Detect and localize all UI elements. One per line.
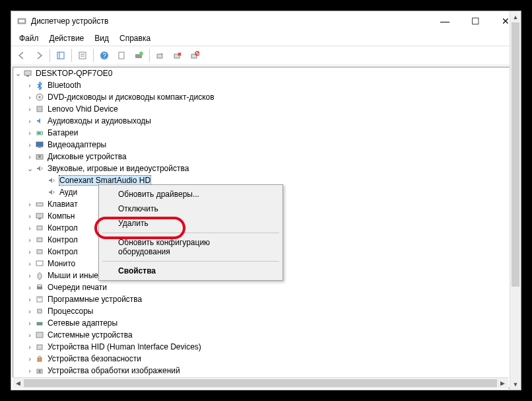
vertical-scrollbar[interactable]: ▲ ▼ bbox=[510, 65, 521, 390]
properties-button[interactable] bbox=[75, 48, 90, 63]
context-disable[interactable]: Отключить bbox=[101, 201, 281, 216]
expander-icon[interactable]: › bbox=[25, 236, 34, 244]
controller-icon bbox=[34, 223, 45, 233]
mouse-icon bbox=[34, 270, 45, 281]
context-properties[interactable]: Свойства bbox=[101, 264, 281, 278]
device-label: Очереди печати bbox=[48, 283, 107, 292]
device-label: Видеоадаптеры bbox=[48, 140, 106, 149]
window-title: Диспетчер устройств bbox=[31, 17, 430, 26]
tree-category[interactable]: ›Очереди печати bbox=[13, 281, 519, 293]
expander-icon[interactable]: › bbox=[25, 272, 34, 279]
expander-icon[interactable]: › bbox=[25, 153, 34, 161]
scroll-down-icon[interactable]: ▼ bbox=[510, 379, 521, 390]
expander-icon[interactable]: › bbox=[25, 319, 34, 327]
expander-icon[interactable]: › bbox=[25, 355, 34, 363]
device-label: Клавиат bbox=[48, 200, 78, 209]
expander-icon[interactable]: › bbox=[25, 283, 34, 291]
scroll-left-icon[interactable]: ◀ bbox=[13, 378, 24, 388]
update-driver-button[interactable] bbox=[152, 48, 168, 63]
menu-view[interactable]: Вид bbox=[89, 32, 114, 44]
scrollbar-thumb[interactable] bbox=[512, 65, 519, 287]
expander-icon[interactable]: › bbox=[25, 367, 34, 375]
svg-rect-34 bbox=[38, 218, 41, 219]
expander-icon[interactable]: › bbox=[25, 93, 34, 101]
tree-category[interactable]: ›Устройства безопасности bbox=[13, 353, 519, 365]
expander-icon[interactable]: ⌄ bbox=[25, 164, 34, 173]
tree-category[interactable]: ›Аудиовходы и аудиовыходы bbox=[13, 115, 519, 127]
expander-icon[interactable]: › bbox=[25, 307, 34, 315]
svg-line-18 bbox=[196, 52, 199, 55]
tree-category[interactable]: ›Процессоры bbox=[13, 305, 519, 317]
expander-icon[interactable]: › bbox=[25, 129, 34, 137]
expander-icon[interactable]: › bbox=[25, 260, 34, 268]
horizontal-scrollbar[interactable]: ◀ ▶ bbox=[13, 377, 508, 388]
scroll-right-icon[interactable]: ▶ bbox=[497, 378, 508, 388]
device-label: Контрол bbox=[48, 223, 78, 233]
device-label: Программные устройства bbox=[48, 295, 142, 304]
device-label: Аудиовходы и аудиовыходы bbox=[48, 116, 151, 126]
maximize-button[interactable]: ☐ bbox=[460, 11, 490, 31]
device-label: Компьн bbox=[48, 211, 75, 221]
minimize-button[interactable]: — bbox=[430, 11, 460, 31]
sound-icon bbox=[34, 163, 45, 174]
context-separator bbox=[102, 261, 279, 262]
expander-icon[interactable]: › bbox=[25, 212, 34, 220]
toolbar-separator bbox=[50, 49, 50, 62]
expander-icon[interactable]: › bbox=[25, 105, 34, 113]
tree-category[interactable]: ›Устройства HID (Human Interface Devices… bbox=[13, 341, 519, 353]
expander-icon[interactable]: › bbox=[25, 248, 34, 256]
tree-category[interactable]: ›Lenovo Vhid Device bbox=[13, 103, 519, 115]
scrollbar-thumb-h[interactable] bbox=[24, 379, 497, 387]
tree-category[interactable]: ›Сетевые адаптеры bbox=[13, 317, 519, 329]
tree-category[interactable]: ›Bluetooth bbox=[13, 79, 519, 91]
keyboard-icon bbox=[34, 199, 45, 209]
tree-category[interactable]: ›Программные устройства bbox=[13, 293, 519, 305]
forward-button[interactable] bbox=[31, 48, 47, 63]
expander-icon[interactable]: › bbox=[25, 331, 34, 339]
props-button[interactable] bbox=[114, 48, 129, 63]
view-button[interactable] bbox=[53, 48, 69, 63]
menu-file[interactable]: Файл bbox=[14, 32, 44, 44]
svg-rect-20 bbox=[26, 75, 29, 77]
svg-rect-1 bbox=[19, 20, 24, 22]
device-label: Контрол bbox=[48, 235, 78, 244]
expander-icon[interactable]: ⌄ bbox=[13, 69, 22, 78]
svg-rect-25 bbox=[42, 132, 43, 134]
tree-category-sound[interactable]: ⌄Звуковые, игровые и видеоустройства bbox=[13, 163, 519, 174]
tree-root[interactable]: ⌄DESKTOP-QPF7OE0 bbox=[13, 67, 519, 79]
svg-point-11 bbox=[139, 52, 143, 55]
controller-icon bbox=[34, 246, 45, 257]
expander-icon[interactable]: › bbox=[25, 117, 34, 125]
disable-button[interactable] bbox=[187, 48, 203, 63]
device-manager-window: Диспетчер устройств — ☐ ✕ Файл Действие … bbox=[11, 11, 521, 390]
tree-category[interactable]: ›Дисковые устройства bbox=[13, 151, 519, 163]
context-update-drivers[interactable]: Обновить драйверы... bbox=[101, 187, 281, 201]
expander-icon[interactable]: › bbox=[25, 141, 34, 149]
menubar: Файл Действие Вид Справка bbox=[11, 31, 521, 46]
expander-icon[interactable]: › bbox=[25, 224, 34, 232]
tree-category[interactable]: ›Видеоадаптеры bbox=[13, 139, 519, 151]
scan-button[interactable] bbox=[131, 48, 147, 63]
uninstall-button[interactable] bbox=[170, 48, 185, 63]
tree-category[interactable]: ›Батареи bbox=[13, 127, 519, 139]
menu-help[interactable]: Справка bbox=[114, 32, 156, 44]
device-label: Системные устройства bbox=[48, 330, 133, 340]
security-icon bbox=[34, 353, 45, 364]
help-button[interactable]: ? bbox=[96, 48, 112, 63]
expander-icon[interactable]: › bbox=[25, 295, 34, 303]
back-button[interactable] bbox=[14, 48, 30, 63]
expander-icon[interactable]: › bbox=[25, 200, 34, 208]
expander-icon[interactable]: › bbox=[25, 81, 34, 89]
toolbar: ? bbox=[11, 46, 521, 65]
menu-action[interactable]: Действие bbox=[44, 32, 90, 44]
tree-category[interactable]: ›Системные устройства bbox=[13, 329, 519, 341]
context-remove[interactable]: Удалить bbox=[101, 216, 281, 231]
expander-icon[interactable]: › bbox=[25, 343, 34, 351]
display-icon bbox=[34, 139, 45, 150]
tree-category[interactable]: ›DVD-дисководы и дисководы компакт-диско… bbox=[13, 91, 519, 103]
context-scan-hardware[interactable]: Обновить конфигурацию оборудования bbox=[101, 235, 281, 259]
monitor-icon bbox=[34, 258, 45, 269]
device-label: Сетевые адаптеры bbox=[48, 318, 117, 328]
tree-category[interactable]: ›Устройства обработки изображений bbox=[13, 365, 519, 377]
svg-point-30 bbox=[38, 155, 41, 158]
